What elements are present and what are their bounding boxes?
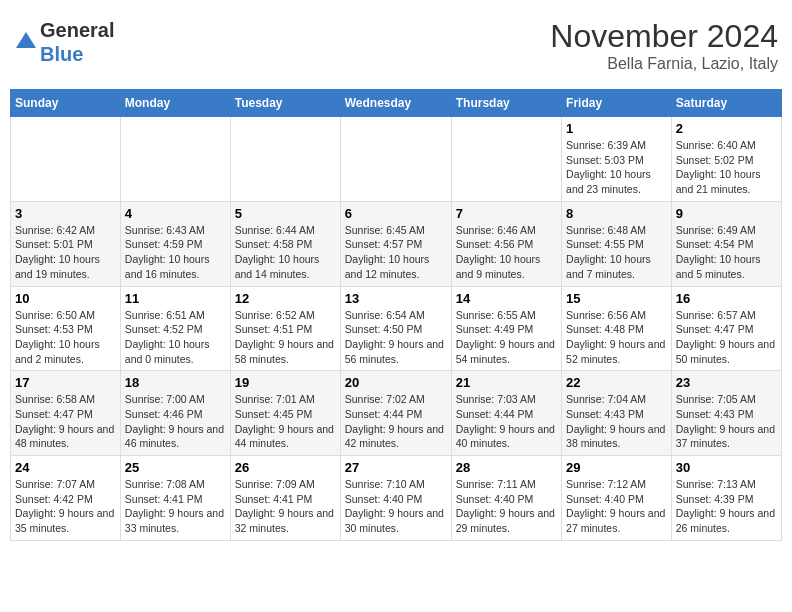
day-number: 3 [15,206,116,221]
day-number: 20 [345,375,447,390]
day-number: 28 [456,460,557,475]
col-thursday: Thursday [451,90,561,117]
table-row: 23Sunrise: 7:05 AMSunset: 4:43 PMDayligh… [671,371,781,456]
day-info: Sunrise: 6:43 AMSunset: 4:59 PMDaylight:… [125,223,226,282]
day-info: Sunrise: 7:02 AMSunset: 4:44 PMDaylight:… [345,392,447,451]
day-info: Sunrise: 7:12 AMSunset: 4:40 PMDaylight:… [566,477,667,536]
month-title: November 2024 [550,18,778,55]
day-info: Sunrise: 6:39 AMSunset: 5:03 PMDaylight:… [566,138,667,197]
day-number: 9 [676,206,777,221]
table-row: 6Sunrise: 6:45 AMSunset: 4:57 PMDaylight… [340,201,451,286]
table-row: 21Sunrise: 7:03 AMSunset: 4:44 PMDayligh… [451,371,561,456]
day-number: 1 [566,121,667,136]
table-row: 27Sunrise: 7:10 AMSunset: 4:40 PMDayligh… [340,456,451,541]
table-row: 25Sunrise: 7:08 AMSunset: 4:41 PMDayligh… [120,456,230,541]
day-info: Sunrise: 7:01 AMSunset: 4:45 PMDaylight:… [235,392,336,451]
table-row [340,117,451,202]
day-number: 24 [15,460,116,475]
logo: General Blue [14,18,114,66]
table-row [120,117,230,202]
day-info: Sunrise: 6:46 AMSunset: 4:56 PMDaylight:… [456,223,557,282]
day-info: Sunrise: 6:58 AMSunset: 4:47 PMDaylight:… [15,392,116,451]
day-info: Sunrise: 7:08 AMSunset: 4:41 PMDaylight:… [125,477,226,536]
table-row: 2Sunrise: 6:40 AMSunset: 5:02 PMDaylight… [671,117,781,202]
day-number: 6 [345,206,447,221]
day-number: 21 [456,375,557,390]
table-row: 1Sunrise: 6:39 AMSunset: 5:03 PMDaylight… [562,117,672,202]
table-row [11,117,121,202]
day-info: Sunrise: 6:54 AMSunset: 4:50 PMDaylight:… [345,308,447,367]
table-row: 9Sunrise: 6:49 AMSunset: 4:54 PMDaylight… [671,201,781,286]
table-row: 29Sunrise: 7:12 AMSunset: 4:40 PMDayligh… [562,456,672,541]
day-info: Sunrise: 6:48 AMSunset: 4:55 PMDaylight:… [566,223,667,282]
day-info: Sunrise: 7:00 AMSunset: 4:46 PMDaylight:… [125,392,226,451]
day-number: 19 [235,375,336,390]
day-number: 4 [125,206,226,221]
table-row: 19Sunrise: 7:01 AMSunset: 4:45 PMDayligh… [230,371,340,456]
table-row: 16Sunrise: 6:57 AMSunset: 4:47 PMDayligh… [671,286,781,371]
day-number: 30 [676,460,777,475]
table-row: 13Sunrise: 6:54 AMSunset: 4:50 PMDayligh… [340,286,451,371]
col-wednesday: Wednesday [340,90,451,117]
table-row: 10Sunrise: 6:50 AMSunset: 4:53 PMDayligh… [11,286,121,371]
calendar-week-row: 17Sunrise: 6:58 AMSunset: 4:47 PMDayligh… [11,371,782,456]
day-number: 25 [125,460,226,475]
table-row: 8Sunrise: 6:48 AMSunset: 4:55 PMDaylight… [562,201,672,286]
day-number: 27 [345,460,447,475]
logo-text: General Blue [40,18,114,66]
calendar-week-row: 1Sunrise: 6:39 AMSunset: 5:03 PMDaylight… [11,117,782,202]
table-row: 18Sunrise: 7:00 AMSunset: 4:46 PMDayligh… [120,371,230,456]
table-row: 22Sunrise: 7:04 AMSunset: 4:43 PMDayligh… [562,371,672,456]
col-saturday: Saturday [671,90,781,117]
svg-marker-0 [16,32,36,48]
logo-blue: Blue [40,42,114,66]
col-tuesday: Tuesday [230,90,340,117]
calendar-header-row: Sunday Monday Tuesday Wednesday Thursday… [11,90,782,117]
day-info: Sunrise: 7:07 AMSunset: 4:42 PMDaylight:… [15,477,116,536]
day-number: 8 [566,206,667,221]
day-number: 18 [125,375,226,390]
table-row: 17Sunrise: 6:58 AMSunset: 4:47 PMDayligh… [11,371,121,456]
location: Bella Farnia, Lazio, Italy [550,55,778,73]
day-info: Sunrise: 6:44 AMSunset: 4:58 PMDaylight:… [235,223,336,282]
table-row: 26Sunrise: 7:09 AMSunset: 4:41 PMDayligh… [230,456,340,541]
table-row [230,117,340,202]
day-number: 11 [125,291,226,306]
day-number: 12 [235,291,336,306]
day-info: Sunrise: 7:13 AMSunset: 4:39 PMDaylight:… [676,477,777,536]
col-monday: Monday [120,90,230,117]
day-number: 26 [235,460,336,475]
col-friday: Friday [562,90,672,117]
day-info: Sunrise: 6:52 AMSunset: 4:51 PMDaylight:… [235,308,336,367]
calendar-week-row: 10Sunrise: 6:50 AMSunset: 4:53 PMDayligh… [11,286,782,371]
day-number: 29 [566,460,667,475]
table-row: 7Sunrise: 6:46 AMSunset: 4:56 PMDaylight… [451,201,561,286]
day-number: 16 [676,291,777,306]
table-row: 5Sunrise: 6:44 AMSunset: 4:58 PMDaylight… [230,201,340,286]
table-row [451,117,561,202]
day-number: 17 [15,375,116,390]
day-info: Sunrise: 7:10 AMSunset: 4:40 PMDaylight:… [345,477,447,536]
table-row: 28Sunrise: 7:11 AMSunset: 4:40 PMDayligh… [451,456,561,541]
day-number: 13 [345,291,447,306]
day-number: 10 [15,291,116,306]
table-row: 24Sunrise: 7:07 AMSunset: 4:42 PMDayligh… [11,456,121,541]
logo-icon [14,30,38,54]
logo-general: General [40,18,114,42]
day-number: 23 [676,375,777,390]
day-number: 15 [566,291,667,306]
day-info: Sunrise: 6:40 AMSunset: 5:02 PMDaylight:… [676,138,777,197]
table-row: 3Sunrise: 6:42 AMSunset: 5:01 PMDaylight… [11,201,121,286]
col-sunday: Sunday [11,90,121,117]
day-number: 5 [235,206,336,221]
calendar-week-row: 24Sunrise: 7:07 AMSunset: 4:42 PMDayligh… [11,456,782,541]
title-section: November 2024 Bella Farnia, Lazio, Italy [550,18,778,73]
day-info: Sunrise: 6:42 AMSunset: 5:01 PMDaylight:… [15,223,116,282]
day-number: 22 [566,375,667,390]
day-info: Sunrise: 6:49 AMSunset: 4:54 PMDaylight:… [676,223,777,282]
table-row: 14Sunrise: 6:55 AMSunset: 4:49 PMDayligh… [451,286,561,371]
day-info: Sunrise: 7:09 AMSunset: 4:41 PMDaylight:… [235,477,336,536]
day-info: Sunrise: 7:05 AMSunset: 4:43 PMDaylight:… [676,392,777,451]
calendar-table: Sunday Monday Tuesday Wednesday Thursday… [10,89,782,541]
day-number: 2 [676,121,777,136]
